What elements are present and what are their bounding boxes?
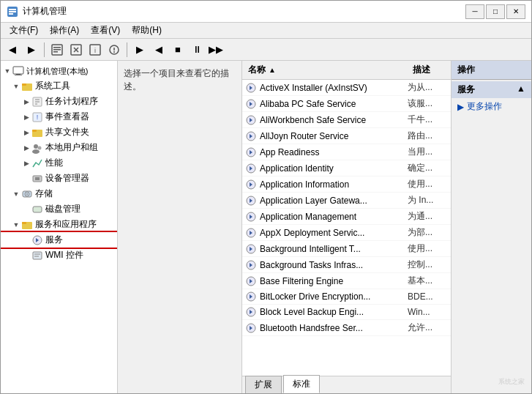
stop-button[interactable]: ■: [169, 42, 187, 58]
toolbar-btn-4[interactable]: [105, 42, 123, 58]
tab-standard[interactable]: 标准: [283, 375, 320, 393]
table-row[interactable]: Alibaba PC Safe Service该服...: [242, 96, 451, 112]
menu-item-查看(V)[interactable]: 查看(V): [85, 23, 126, 38]
right-panel: 名称 ▲ 描述 ActiveX Installer (AxInstSV)为从..…: [242, 61, 451, 393]
menu-item-文件(F)[interactable]: 文件(F): [4, 23, 44, 38]
service-icon: [245, 98, 257, 110]
toolbar-btn-1[interactable]: [48, 42, 66, 58]
more-actions-icon: ▶: [457, 102, 464, 112]
col-desc-header[interactable]: 描述: [407, 61, 451, 79]
minimize-button[interactable]: ─: [465, 4, 484, 19]
table-row[interactable]: BitLocker Drive Encryption...BDE...: [242, 289, 451, 305]
service-name: Application Identity: [260, 163, 408, 174]
tree-local-users[interactable]: ▶ 本地用户和组: [1, 140, 117, 155]
table-row[interactable]: AllJoyn Router Service路由...: [242, 128, 451, 144]
service-icon: [245, 130, 257, 142]
table-row[interactable]: ActiveX Installer (AxInstSV)为从...: [242, 80, 451, 96]
computer-icon: [12, 65, 24, 77]
service-name: Alibaba PC Safe Service: [260, 99, 408, 109]
col-name-header[interactable]: 名称 ▲: [242, 61, 407, 79]
maximize-button[interactable]: □: [486, 4, 505, 19]
services-apps-toggle[interactable]: ▼: [11, 220, 21, 230]
system-tools-toggle[interactable]: ▼: [11, 81, 21, 92]
performance-toggle[interactable]: ▶: [21, 158, 31, 168]
sort-arrow: ▲: [269, 66, 276, 74]
tree-shared-folders[interactable]: ▶ 共享文件夹: [1, 124, 117, 140]
service-icon: [245, 322, 257, 334]
table-row[interactable]: Application Information使用...: [242, 176, 451, 193]
root-label: 计算机管理(本地): [26, 66, 88, 77]
service-name: Application Management: [260, 212, 408, 222]
skip-button[interactable]: ▶▶: [207, 42, 225, 58]
svg-point-36: [26, 193, 28, 195]
table-row[interactable]: Application Identity确定...: [242, 160, 451, 176]
table-row[interactable]: AppX Deployment Servic...为部...: [242, 225, 451, 241]
ops-more-actions[interactable]: ▶ 更多操作: [452, 98, 531, 115]
service-icon: [245, 211, 257, 223]
tree-storage[interactable]: ▼ 存储: [1, 186, 117, 201]
tree-services[interactable]: 服务: [1, 232, 117, 248]
tree-event-viewer[interactable]: ▶ ! 事件查看器: [1, 109, 117, 124]
service-icon: [245, 259, 257, 271]
tree-performance[interactable]: ▶ 性能: [1, 155, 117, 171]
toolbar-btn-3[interactable]: i: [86, 42, 104, 58]
back-button-2[interactable]: ◀: [150, 42, 168, 58]
shared-folders-toggle[interactable]: ▶: [21, 127, 31, 138]
svg-rect-6: [53, 49, 61, 51]
menu-item-操作(A)[interactable]: 操作(A): [44, 23, 85, 38]
service-name: Background Tasks Infras...: [260, 260, 408, 270]
service-desc: 为 In...: [408, 194, 448, 207]
services-list[interactable]: ActiveX Installer (AxInstSV)为从...Alibaba…: [242, 80, 451, 376]
back-button[interactable]: ◀: [4, 42, 21, 58]
table-row[interactable]: Block Level Backup Engi...Win...: [242, 305, 451, 320]
service-desc: 使用...: [408, 242, 448, 255]
service-name: Block Level Backup Engi...: [260, 307, 408, 317]
service-name: ActiveX Installer (AxInstSV): [260, 83, 408, 93]
storage-toggle[interactable]: ▼: [11, 189, 21, 199]
table-row[interactable]: App Readiness当用...: [242, 144, 451, 160]
play-button[interactable]: ▶: [131, 42, 149, 58]
toolbar-btn-2[interactable]: [67, 42, 85, 58]
services-apps-label: 服务和应用程序: [35, 218, 97, 231]
tab-expand[interactable]: 扩展: [245, 376, 282, 393]
service-name: BitLocker Drive Encryption...: [260, 291, 408, 302]
tree-device-manager[interactable]: 设备管理器: [1, 171, 117, 186]
tree-root[interactable]: ▼ 计算机管理(本地): [1, 64, 117, 78]
service-icon: [245, 243, 257, 255]
table-row[interactable]: Application Layer Gatewa...为 In...: [242, 193, 451, 209]
svg-text:i: i: [94, 47, 96, 54]
performance-label: 性能: [45, 157, 63, 169]
middle-header: 选择一个项目来查看它的描述。: [124, 67, 236, 93]
local-users-toggle[interactable]: ▶: [21, 143, 31, 153]
forward-button[interactable]: ▶: [23, 42, 40, 58]
service-icon: [245, 227, 257, 239]
tree-system-tools[interactable]: ▼ 系统工具: [1, 78, 117, 94]
tree-wmi[interactable]: WMI 控件: [1, 248, 117, 263]
svg-rect-39: [22, 222, 26, 224]
table-row[interactable]: AliWorkbench Safe Service千牛...: [242, 112, 451, 128]
pause-button[interactable]: ⏸: [188, 42, 206, 58]
service-desc: 控制...: [408, 259, 448, 271]
ops-title: 操作: [457, 64, 475, 75]
service-icon: [245, 306, 257, 318]
tree-disk-mgmt[interactable]: 磁盘管理: [1, 201, 117, 217]
task-scheduler-toggle[interactable]: ▶: [21, 97, 31, 107]
menu-item-帮助(H)[interactable]: 帮助(H): [126, 23, 168, 38]
close-button[interactable]: ✕: [506, 4, 525, 19]
table-row[interactable]: Base Filtering Engine基本...: [242, 273, 451, 289]
tree-services-apps[interactable]: ▼ 服务和应用程序: [1, 217, 117, 232]
table-row[interactable]: Background Intelligent T...使用...: [242, 241, 451, 257]
svg-point-31: [32, 149, 40, 154]
table-row[interactable]: Application Management为通...: [242, 209, 451, 225]
svg-rect-37: [33, 207, 42, 212]
table-row[interactable]: Bluetooth Handsfree Ser...允许...: [242, 320, 451, 336]
svg-rect-20: [22, 83, 26, 86]
ops-arrow: ▲: [517, 83, 525, 94]
root-toggle[interactable]: ▼: [2, 66, 12, 76]
disk-mgmt-label: 磁盘管理: [45, 203, 80, 215]
table-row[interactable]: Background Tasks Infras...控制...: [242, 257, 451, 273]
storage-label: 存储: [35, 187, 53, 200]
event-viewer-toggle[interactable]: ▶: [21, 112, 31, 122]
tree-task-scheduler[interactable]: ▶ 任务计划程序: [1, 94, 117, 109]
service-name: AppX Deployment Servic...: [260, 228, 408, 238]
